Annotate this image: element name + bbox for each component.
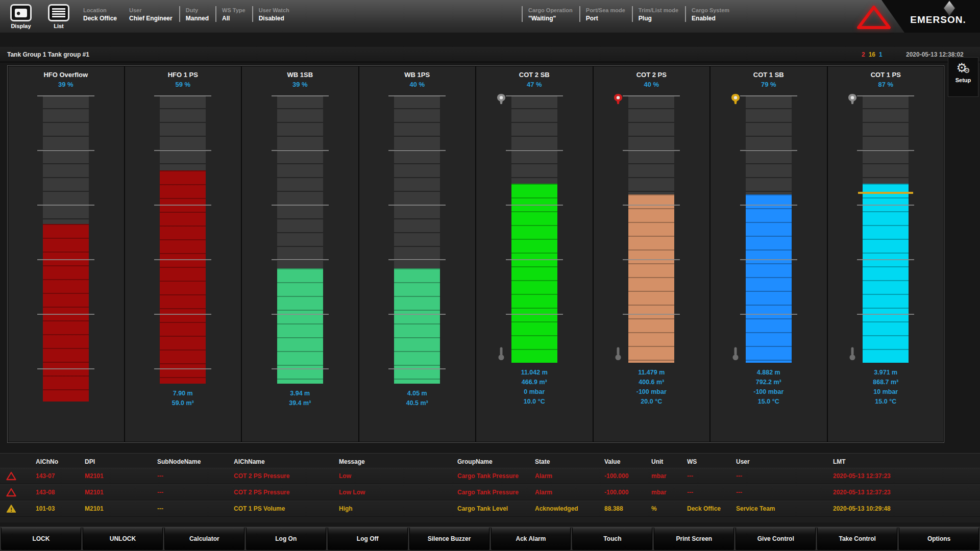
gauge-major-tick <box>623 95 680 96</box>
alarm-cell-message: High <box>339 505 457 512</box>
alarm-cell-subnodename: --- <box>157 505 234 512</box>
tank-panel-hfo-1-ps[interactable]: HFO 1 PS 59 % 7.90 m59.0 m³ <box>124 66 241 442</box>
alarm-cell-alchno: 143-07 <box>36 472 85 480</box>
alarm-cell-ws: --- <box>687 489 736 496</box>
thermometer-icon <box>848 346 856 361</box>
tank-level-gauge <box>277 95 323 384</box>
take-control-button[interactable]: Take Control <box>817 528 897 550</box>
gauge-major-tick <box>272 314 329 315</box>
gauge-major-tick <box>272 368 329 369</box>
column-header-groupname: GroupName <box>457 458 535 465</box>
gauge-major-tick <box>388 368 446 369</box>
options-button[interactable]: Options <box>899 528 979 550</box>
tank-panel-wb-1ps[interactable]: WB 1PS 40 % 4.05 m40.5 m³ <box>358 66 476 442</box>
tank-readout-value: 400.6 m³ <box>594 378 710 387</box>
ack-alarm-button[interactable]: Ack Alarm <box>491 528 571 550</box>
header-field-port-sea-mode: Port/Sea mode Port <box>579 6 632 22</box>
tank-panel-wb-1sb[interactable]: WB 1SB 39 % 3.94 m39.4 m³ <box>241 66 358 442</box>
alarm-cell-message: Low <box>339 472 457 480</box>
gauge-major-tick <box>623 150 680 151</box>
gauge-major-tick <box>506 259 563 260</box>
pressure-sensor-icon-red <box>613 93 623 109</box>
tank-percent: 39 % <box>242 81 358 88</box>
tank-name: HFO Overflow <box>8 71 124 79</box>
alarm-cell-value: -100.000 <box>604 472 651 480</box>
tank-level-fill <box>43 224 89 402</box>
alarm-cell-groupname: Cargo Tank Pressure <box>457 472 535 480</box>
tank-panel-hfo-overflow[interactable]: HFO Overflow 39 % <box>8 66 124 442</box>
high-level-marker <box>858 192 913 194</box>
gauge-major-tick <box>857 314 914 315</box>
gauge-major-tick <box>506 95 563 96</box>
tank-level-fill <box>863 184 909 363</box>
tank-percent: 40 % <box>594 81 710 88</box>
print-screen-button[interactable]: Print Screen <box>654 528 734 550</box>
tank-readout-value: -100 mbar <box>710 387 827 397</box>
tank-level-gauge <box>160 95 206 384</box>
alarm-cell-dpi: M2101 <box>85 505 157 512</box>
gauge-major-tick <box>388 314 446 315</box>
tank-percent: 79 % <box>710 81 827 88</box>
tank-readout-value: 11.479 m <box>594 368 710 378</box>
alarm-table-header: AlChNoDPISubNodeNameAlChNameMessageGroup… <box>0 456 980 468</box>
tank-name: COT 2 PS <box>594 71 710 79</box>
gauge-major-tick <box>37 205 94 206</box>
gauge-major-tick <box>740 95 797 96</box>
tank-readout-value: 39.4 m³ <box>242 398 358 408</box>
alarm-count-yellow: 16 <box>869 51 875 58</box>
list-button[interactable]: List <box>45 4 72 29</box>
header-field-label: User <box>129 7 173 13</box>
alarm-row[interactable]: 143-07M2101---COT 2 PS PressureLowCargo … <box>0 468 980 484</box>
alarm-triangle-icon[interactable] <box>855 5 892 30</box>
setup-button-label: Setup <box>948 77 978 83</box>
tank-percent: 87 % <box>828 81 944 88</box>
gauge-major-tick <box>506 150 563 151</box>
tank-readout-value: 10 mbar <box>828 387 944 397</box>
tank-panel-cot-2-ps[interactable]: COT 2 PS 40 % 11.479 m400.6 m³-100 mbar2… <box>593 66 710 442</box>
header-field-user: User Chief Engineer <box>124 6 179 22</box>
gauge-major-tick <box>272 205 329 206</box>
pressure-sensor-icon-gray <box>496 93 506 109</box>
display-button[interactable]: Display <box>7 4 35 29</box>
alarm-counts[interactable]: 2 16 1 <box>862 51 883 58</box>
thermometer-icon <box>731 346 740 361</box>
tank-panel-cot-2-sb[interactable]: COT 2 SB 47 % 11.042 m466.9 m³0 mbar10.0… <box>475 66 593 442</box>
header-field-label: Duty <box>186 7 209 13</box>
silence-buzzer-button[interactable]: Silence Buzzer <box>409 528 489 550</box>
gauge-major-tick <box>388 95 446 96</box>
alarm-cell-ws: Deck Office <box>687 505 736 512</box>
give-control-button[interactable]: Give Control <box>736 528 816 550</box>
tank-level-gauge <box>394 95 440 384</box>
calculator-button[interactable]: Calculator <box>164 528 244 550</box>
alarm-row[interactable]: !101-03M2101---COT 1 PS VolumeHighCargo … <box>0 500 980 517</box>
column-header-message: Message <box>339 458 457 465</box>
unlock-button[interactable]: UNLOCK <box>83 528 163 550</box>
header-field-label: WS Type <box>222 7 246 13</box>
alarm-count-red: 2 <box>862 51 865 58</box>
header-field-location: Location Deck Office <box>78 6 124 22</box>
tank-readouts: 11.042 m466.9 m³0 mbar10.0 °C <box>476 368 593 407</box>
setup-button[interactable]: ⚙⚙ Setup <box>948 57 978 97</box>
tank-monitor-screen: Display List Location Deck Office User C… <box>0 0 980 551</box>
touch-button[interactable]: Touch <box>572 528 652 550</box>
tank-panel-cot-1-ps[interactable]: COT 1 PS 87 % 3.971 m868.7 m³10 mbar15.0… <box>827 66 944 442</box>
tank-level-fill <box>511 184 557 363</box>
column-header-subnodename: SubNodeName <box>157 458 234 465</box>
log-on-button[interactable]: Log On <box>246 528 326 550</box>
gauge-major-tick <box>506 314 563 315</box>
gauge-major-tick <box>740 314 797 315</box>
gear-icon: ⚙⚙ <box>948 62 978 74</box>
log-off-button[interactable]: Log Off <box>328 528 408 550</box>
tank-readout-value: -100 mbar <box>594 387 710 397</box>
alarm-count-blue: 1 <box>879 51 883 58</box>
tank-readouts: 11.479 m400.6 m³-100 mbar20.0 °C <box>594 368 710 407</box>
alarm-cell-user: Service Team <box>736 505 833 512</box>
gauge-major-tick <box>37 259 94 260</box>
tank-panel-cot-1-sb[interactable]: COT 1 SB 79 % 4.882 m792.2 m³-100 mbar15… <box>709 66 827 442</box>
tank-level-fill <box>394 268 440 384</box>
gauge-major-tick <box>623 205 680 206</box>
header-status-fields-left: Location Deck Office User Chief Engineer… <box>78 6 296 22</box>
gauge-major-tick <box>272 95 329 96</box>
alarm-row[interactable]: 143-08M2101---COT 2 PS PressureLow LowCa… <box>0 484 980 500</box>
lock-button[interactable]: LOCK <box>1 528 81 550</box>
